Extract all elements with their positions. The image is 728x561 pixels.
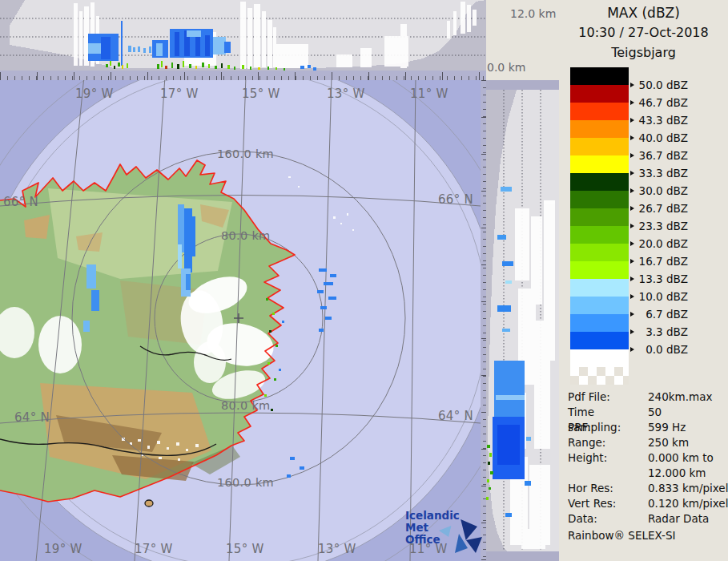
scale-label-text: 23.3 dBZ: [637, 220, 688, 232]
radar-app-window: 19° W 17° W 15° W 13° W 11° W 19° W 17° …: [0, 0, 728, 561]
pinwheel-triangle-light: [439, 526, 457, 542]
brand-label: Rainbow® SELEX-SI: [568, 529, 675, 542]
info-label: Pdf File:: [568, 389, 648, 405]
imo-logo-pinwheel-icon: [434, 519, 484, 556]
info-row: Hor Res:0.833 km/pixel: [568, 481, 725, 496]
scale-label: 23.3 dBZ: [630, 219, 688, 233]
scale-label-text: 33.3 dBZ: [637, 167, 688, 180]
ring-label-160-top: 160.0 km: [217, 147, 274, 160]
scale-label-text: 40.0 dBZ: [637, 131, 688, 144]
lon-label-bottom-13w: 13° W: [318, 542, 356, 556]
scale-label: 50.0 dBZ: [630, 78, 688, 92]
scale-tick-arrow-icon: [630, 259, 634, 264]
lon-label-top-19w: 19° W: [75, 87, 114, 101]
side-profile-graphic: [486, 80, 559, 561]
info-label: PRF:: [568, 420, 648, 435]
scale-tick-arrow-icon: [630, 171, 634, 176]
scale-label-text: 6.7 dBZ: [637, 308, 688, 321]
info-row: Range:250 km: [568, 435, 725, 450]
scale-tick-arrow-icon: [630, 135, 634, 140]
ring-label-80-bottom: 80.0 km: [221, 399, 271, 412]
scale-label: 30.0 dBZ: [630, 184, 688, 198]
scale-label-text: 20.0 dBZ: [637, 237, 688, 250]
info-label: Range:: [568, 435, 648, 450]
info-value: 240km.max: [648, 389, 725, 405]
scale-tick-arrow-icon: [630, 347, 634, 352]
info-value: 599 Hz: [648, 420, 725, 435]
scale-label: 6.7 dBZ: [630, 307, 688, 321]
lon-label-top-17w: 17° W: [160, 87, 199, 101]
scale-label-text: 16.7 dBZ: [637, 255, 688, 268]
lon-label-top-11w: 11° W: [410, 87, 448, 101]
lon-label-bottom-15w: 15° W: [226, 542, 264, 556]
lat-label-64n-left: 64° N: [14, 410, 50, 425]
scale-label: 33.3 dBZ: [630, 166, 688, 180]
pinwheel-triangle-navy-right: [466, 537, 482, 553]
scale-label: 13.3 dBZ: [630, 272, 688, 286]
scale-label-text: 43.3 dBZ: [637, 114, 688, 127]
info-row: Height:0.000 km to: [568, 450, 725, 466]
lat-label-66n-right: 66° N: [438, 192, 473, 207]
lon-label-bottom-17w: 17° W: [135, 542, 173, 556]
scale-tick-arrow-icon: [630, 83, 634, 87]
scale-label: 40.0 dBZ: [630, 131, 688, 145]
scale-label: 43.3 dBZ: [630, 113, 688, 127]
scale-label-text: 26.7 dBZ: [637, 202, 688, 215]
info-value: 0.120 km/pixel: [648, 496, 728, 511]
scale-tick-arrow-icon: [630, 312, 634, 317]
info-value: 250 km: [648, 435, 725, 450]
color-scale-labels: 50.0 dBZ46.7 dBZ43.3 dBZ40.0 dBZ36.7 dBZ…: [559, 0, 728, 369]
info-row: Data:Radar Data: [568, 511, 725, 527]
scale-label: 36.7 dBZ: [630, 148, 688, 163]
scale-label-text: 50.0 dBZ: [637, 79, 688, 91]
info-label: Hor Res:: [568, 481, 648, 496]
info-value: 0.833 km/pixel: [648, 481, 728, 496]
color-scale-transparent-checker: [570, 367, 629, 385]
scale-label: 46.7 dBZ: [630, 95, 688, 110]
scale-tick-arrow-icon: [630, 329, 634, 334]
info-label: Data:: [568, 511, 648, 527]
scale-label-text: 3.3 dBZ: [637, 325, 688, 338]
info-row: Pdf File:240km.max: [568, 389, 725, 405]
scale-label: 16.7 dBZ: [630, 254, 688, 268]
scale-tick-arrow-icon: [630, 153, 634, 158]
info-row: 12.000 km: [568, 466, 725, 481]
lon-label-top-13w: 13° W: [327, 87, 365, 101]
legend-info-grid: Pdf File:240km.maxTime sampling:50PRF:59…: [568, 389, 725, 527]
info-value: 0.000 km to: [648, 450, 725, 466]
lon-label-top-15w: 15° W: [242, 87, 280, 101]
scale-tick-arrow-icon: [630, 100, 634, 105]
legend-panel: MAX (dBZ) 10:30 / 27-Oct-2018 Teigsbjarg…: [559, 0, 728, 561]
scale-label: 3.3 dBZ: [630, 325, 688, 339]
scale-tick-arrow-icon: [630, 224, 634, 228]
info-row: PRF:599 Hz: [568, 420, 725, 435]
scale-tick-arrow-icon: [630, 276, 634, 281]
scale-tick-arrow-icon: [630, 241, 634, 246]
profile-max-height-label: 12.0 km: [510, 7, 556, 20]
side-height-profile-panel: [486, 80, 559, 561]
map-right-ruler: [481, 80, 486, 561]
info-label: Time sampling:: [568, 405, 648, 420]
info-label: Vert Res:: [568, 496, 648, 511]
lon-label-bottom-19w: 19° W: [44, 542, 82, 556]
scale-label: 20.0 dBZ: [630, 236, 688, 251]
scale-tick-arrow-icon: [630, 206, 634, 211]
ring-label-80-top: 80.0 km: [221, 229, 271, 242]
scale-tick-arrow-icon: [630, 188, 634, 193]
scale-label: 26.7 dBZ: [630, 201, 688, 216]
scale-label-text: 30.0 dBZ: [637, 184, 688, 197]
ring-label-160-bottom: 160.0 km: [217, 476, 274, 489]
scale-label-text: 0.0 dBZ: [637, 343, 688, 356]
lat-label-64n-right: 64° N: [438, 409, 473, 423]
scale-tick-arrow-icon: [630, 294, 634, 299]
scale-label: 10.0 dBZ: [630, 289, 688, 304]
scale-label-text: 13.3 dBZ: [637, 272, 688, 285]
scale-label-text: 46.7 dBZ: [637, 96, 688, 109]
scale-label-text: 36.7 dBZ: [637, 149, 688, 162]
info-value: Radar Data: [648, 511, 725, 527]
scale-label: 0.0 dBZ: [630, 342, 688, 357]
info-row: Vert Res:0.120 km/pixel: [568, 496, 725, 511]
info-label: [568, 466, 648, 481]
scale-tick-arrow-icon: [630, 118, 634, 123]
map-top-ruler: [0, 71, 486, 80]
